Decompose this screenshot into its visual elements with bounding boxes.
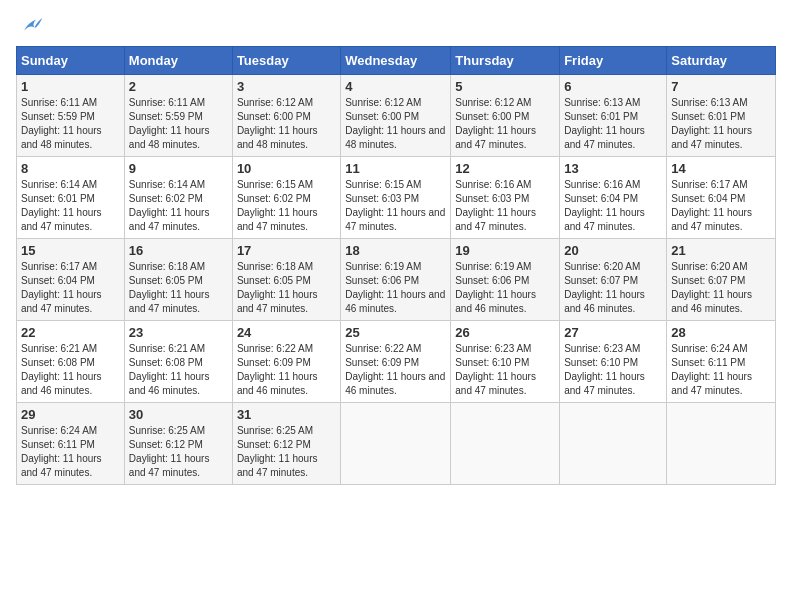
day-number: 23 bbox=[129, 325, 228, 340]
day-detail: Sunrise: 6:25 AM Sunset: 6:12 PM Dayligh… bbox=[237, 424, 336, 480]
calendar-cell: 3 Sunrise: 6:12 AM Sunset: 6:00 PM Dayli… bbox=[232, 75, 340, 157]
calendar-cell: 8 Sunrise: 6:14 AM Sunset: 6:01 PM Dayli… bbox=[17, 157, 125, 239]
day-number: 18 bbox=[345, 243, 446, 258]
day-detail: Sunrise: 6:13 AM Sunset: 6:01 PM Dayligh… bbox=[671, 96, 771, 152]
day-detail: Sunrise: 6:14 AM Sunset: 6:01 PM Dayligh… bbox=[21, 178, 120, 234]
weekday-header: Thursday bbox=[451, 47, 560, 75]
calendar-cell: 1 Sunrise: 6:11 AM Sunset: 5:59 PM Dayli… bbox=[17, 75, 125, 157]
day-detail: Sunrise: 6:25 AM Sunset: 6:12 PM Dayligh… bbox=[129, 424, 228, 480]
day-detail: Sunrise: 6:23 AM Sunset: 6:10 PM Dayligh… bbox=[564, 342, 662, 398]
calendar-cell: 26 Sunrise: 6:23 AM Sunset: 6:10 PM Dayl… bbox=[451, 321, 560, 403]
day-number: 20 bbox=[564, 243, 662, 258]
day-detail: Sunrise: 6:20 AM Sunset: 6:07 PM Dayligh… bbox=[671, 260, 771, 316]
calendar-cell: 5 Sunrise: 6:12 AM Sunset: 6:00 PM Dayli… bbox=[451, 75, 560, 157]
day-number: 30 bbox=[129, 407, 228, 422]
day-number: 15 bbox=[21, 243, 120, 258]
day-detail: Sunrise: 6:17 AM Sunset: 6:04 PM Dayligh… bbox=[21, 260, 120, 316]
calendar-cell: 6 Sunrise: 6:13 AM Sunset: 6:01 PM Dayli… bbox=[560, 75, 667, 157]
day-number: 28 bbox=[671, 325, 771, 340]
calendar-cell bbox=[560, 403, 667, 485]
calendar-cell: 9 Sunrise: 6:14 AM Sunset: 6:02 PM Dayli… bbox=[124, 157, 232, 239]
calendar-table: SundayMondayTuesdayWednesdayThursdayFrid… bbox=[16, 46, 776, 485]
calendar-cell: 15 Sunrise: 6:17 AM Sunset: 6:04 PM Dayl… bbox=[17, 239, 125, 321]
day-detail: Sunrise: 6:12 AM Sunset: 6:00 PM Dayligh… bbox=[345, 96, 446, 152]
day-number: 26 bbox=[455, 325, 555, 340]
weekday-header: Monday bbox=[124, 47, 232, 75]
day-number: 12 bbox=[455, 161, 555, 176]
day-number: 3 bbox=[237, 79, 336, 94]
day-number: 31 bbox=[237, 407, 336, 422]
calendar-cell: 11 Sunrise: 6:15 AM Sunset: 6:03 PM Dayl… bbox=[341, 157, 451, 239]
day-detail: Sunrise: 6:21 AM Sunset: 6:08 PM Dayligh… bbox=[129, 342, 228, 398]
day-detail: Sunrise: 6:20 AM Sunset: 6:07 PM Dayligh… bbox=[564, 260, 662, 316]
day-number: 25 bbox=[345, 325, 446, 340]
calendar-cell: 27 Sunrise: 6:23 AM Sunset: 6:10 PM Dayl… bbox=[560, 321, 667, 403]
calendar-week-row: 8 Sunrise: 6:14 AM Sunset: 6:01 PM Dayli… bbox=[17, 157, 776, 239]
calendar-cell: 20 Sunrise: 6:20 AM Sunset: 6:07 PM Dayl… bbox=[560, 239, 667, 321]
calendar-cell: 31 Sunrise: 6:25 AM Sunset: 6:12 PM Dayl… bbox=[232, 403, 340, 485]
day-detail: Sunrise: 6:19 AM Sunset: 6:06 PM Dayligh… bbox=[455, 260, 555, 316]
calendar-cell: 28 Sunrise: 6:24 AM Sunset: 6:11 PM Dayl… bbox=[667, 321, 776, 403]
calendar-cell: 7 Sunrise: 6:13 AM Sunset: 6:01 PM Dayli… bbox=[667, 75, 776, 157]
day-detail: Sunrise: 6:18 AM Sunset: 6:05 PM Dayligh… bbox=[237, 260, 336, 316]
page-header bbox=[16, 16, 776, 36]
day-number: 14 bbox=[671, 161, 771, 176]
day-detail: Sunrise: 6:11 AM Sunset: 5:59 PM Dayligh… bbox=[21, 96, 120, 152]
day-number: 24 bbox=[237, 325, 336, 340]
day-number: 7 bbox=[671, 79, 771, 94]
calendar-cell: 17 Sunrise: 6:18 AM Sunset: 6:05 PM Dayl… bbox=[232, 239, 340, 321]
day-number: 19 bbox=[455, 243, 555, 258]
weekday-header: Friday bbox=[560, 47, 667, 75]
day-number: 16 bbox=[129, 243, 228, 258]
calendar-cell: 29 Sunrise: 6:24 AM Sunset: 6:11 PM Dayl… bbox=[17, 403, 125, 485]
calendar-cell: 12 Sunrise: 6:16 AM Sunset: 6:03 PM Dayl… bbox=[451, 157, 560, 239]
calendar-week-row: 1 Sunrise: 6:11 AM Sunset: 5:59 PM Dayli… bbox=[17, 75, 776, 157]
calendar-cell: 23 Sunrise: 6:21 AM Sunset: 6:08 PM Dayl… bbox=[124, 321, 232, 403]
weekday-header: Wednesday bbox=[341, 47, 451, 75]
day-detail: Sunrise: 6:13 AM Sunset: 6:01 PM Dayligh… bbox=[564, 96, 662, 152]
day-detail: Sunrise: 6:17 AM Sunset: 6:04 PM Dayligh… bbox=[671, 178, 771, 234]
day-number: 22 bbox=[21, 325, 120, 340]
day-number: 9 bbox=[129, 161, 228, 176]
day-number: 27 bbox=[564, 325, 662, 340]
weekday-header: Sunday bbox=[17, 47, 125, 75]
day-number: 8 bbox=[21, 161, 120, 176]
calendar-cell: 18 Sunrise: 6:19 AM Sunset: 6:06 PM Dayl… bbox=[341, 239, 451, 321]
day-number: 13 bbox=[564, 161, 662, 176]
calendar-cell: 22 Sunrise: 6:21 AM Sunset: 6:08 PM Dayl… bbox=[17, 321, 125, 403]
day-number: 10 bbox=[237, 161, 336, 176]
calendar-cell: 4 Sunrise: 6:12 AM Sunset: 6:00 PM Dayli… bbox=[341, 75, 451, 157]
weekday-header: Saturday bbox=[667, 47, 776, 75]
day-detail: Sunrise: 6:21 AM Sunset: 6:08 PM Dayligh… bbox=[21, 342, 120, 398]
day-detail: Sunrise: 6:24 AM Sunset: 6:11 PM Dayligh… bbox=[21, 424, 120, 480]
calendar-cell: 21 Sunrise: 6:20 AM Sunset: 6:07 PM Dayl… bbox=[667, 239, 776, 321]
calendar-cell: 13 Sunrise: 6:16 AM Sunset: 6:04 PM Dayl… bbox=[560, 157, 667, 239]
calendar-cell: 30 Sunrise: 6:25 AM Sunset: 6:12 PM Dayl… bbox=[124, 403, 232, 485]
calendar-cell bbox=[667, 403, 776, 485]
day-detail: Sunrise: 6:23 AM Sunset: 6:10 PM Dayligh… bbox=[455, 342, 555, 398]
day-number: 2 bbox=[129, 79, 228, 94]
calendar-cell: 25 Sunrise: 6:22 AM Sunset: 6:09 PM Dayl… bbox=[341, 321, 451, 403]
day-detail: Sunrise: 6:16 AM Sunset: 6:03 PM Dayligh… bbox=[455, 178, 555, 234]
calendar-week-row: 15 Sunrise: 6:17 AM Sunset: 6:04 PM Dayl… bbox=[17, 239, 776, 321]
calendar-cell: 10 Sunrise: 6:15 AM Sunset: 6:02 PM Dayl… bbox=[232, 157, 340, 239]
day-number: 17 bbox=[237, 243, 336, 258]
day-detail: Sunrise: 6:19 AM Sunset: 6:06 PM Dayligh… bbox=[345, 260, 446, 316]
weekday-header: Tuesday bbox=[232, 47, 340, 75]
day-detail: Sunrise: 6:24 AM Sunset: 6:11 PM Dayligh… bbox=[671, 342, 771, 398]
day-number: 6 bbox=[564, 79, 662, 94]
calendar-week-row: 22 Sunrise: 6:21 AM Sunset: 6:08 PM Dayl… bbox=[17, 321, 776, 403]
calendar-cell: 19 Sunrise: 6:19 AM Sunset: 6:06 PM Dayl… bbox=[451, 239, 560, 321]
calendar-cell: 16 Sunrise: 6:18 AM Sunset: 6:05 PM Dayl… bbox=[124, 239, 232, 321]
day-detail: Sunrise: 6:12 AM Sunset: 6:00 PM Dayligh… bbox=[237, 96, 336, 152]
day-number: 1 bbox=[21, 79, 120, 94]
day-detail: Sunrise: 6:12 AM Sunset: 6:00 PM Dayligh… bbox=[455, 96, 555, 152]
day-detail: Sunrise: 6:15 AM Sunset: 6:02 PM Dayligh… bbox=[237, 178, 336, 234]
day-detail: Sunrise: 6:22 AM Sunset: 6:09 PM Dayligh… bbox=[345, 342, 446, 398]
day-detail: Sunrise: 6:22 AM Sunset: 6:09 PM Dayligh… bbox=[237, 342, 336, 398]
calendar-cell: 24 Sunrise: 6:22 AM Sunset: 6:09 PM Dayl… bbox=[232, 321, 340, 403]
day-detail: Sunrise: 6:16 AM Sunset: 6:04 PM Dayligh… bbox=[564, 178, 662, 234]
day-number: 5 bbox=[455, 79, 555, 94]
calendar-header-row: SundayMondayTuesdayWednesdayThursdayFrid… bbox=[17, 47, 776, 75]
calendar-week-row: 29 Sunrise: 6:24 AM Sunset: 6:11 PM Dayl… bbox=[17, 403, 776, 485]
